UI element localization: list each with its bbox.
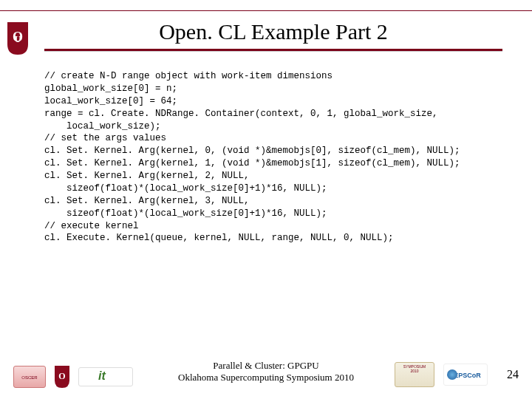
- symposium-logo: SYMPOSIUM2010: [395, 362, 434, 387]
- title-area: Open. CL Example Part 2: [44, 19, 502, 52]
- epscor-logo: EPSCoR: [443, 364, 488, 386]
- slide: O U Open. CL Example Part 2 // create N-…: [0, 0, 532, 399]
- title-underline: [44, 49, 502, 52]
- top-thin-rule: [0, 10, 532, 11]
- ou-logo-top: O U: [4, 21, 31, 56]
- svg-text:U: U: [15, 34, 21, 44]
- slide-title: Open. CL Example Part 2: [44, 19, 502, 44]
- footer-logos-right: SYMPOSIUM2010 EPSCoR: [395, 362, 488, 387]
- footer: OSCER O Parallel & Cluster: GPGPU Oklaho…: [0, 352, 532, 392]
- page-number: 24: [507, 368, 519, 381]
- code-block: // create N-D range object with work-ite…: [44, 70, 502, 245]
